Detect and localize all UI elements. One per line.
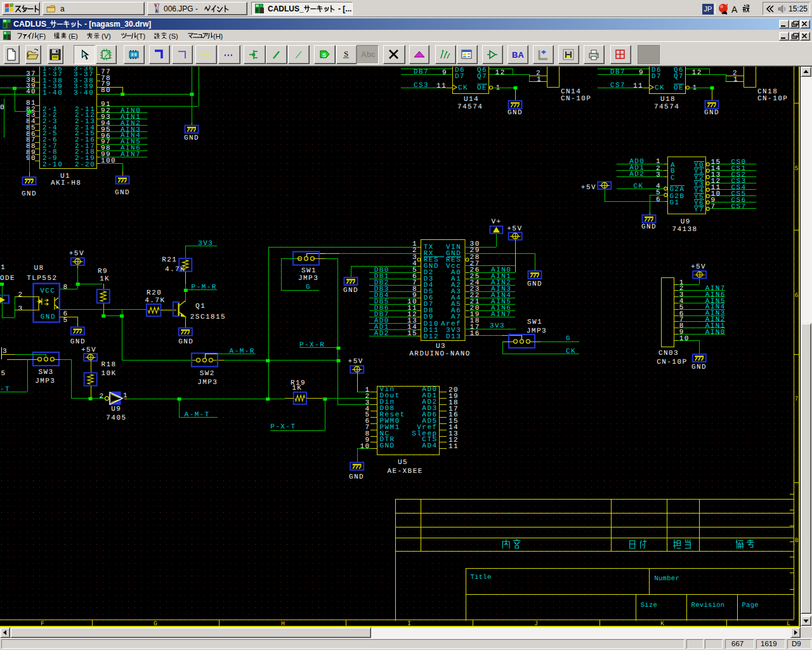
svg-text:I: I — [407, 621, 411, 627]
svg-text:6: 6 — [795, 293, 799, 300]
svg-text:R18: R18 — [102, 361, 117, 369]
svg-text:74574: 74574 — [457, 103, 483, 111]
svg-text:CS3: CS3 — [414, 82, 429, 90]
svg-text:CS7: CS7 — [731, 203, 746, 211]
svg-text:12: 12 — [692, 69, 702, 77]
svg-text:AD4: AD4 — [422, 442, 437, 450]
svg-text:1-40: 1-40 — [43, 90, 63, 97]
svg-text:AD2: AD2 — [374, 330, 390, 338]
svg-text:3: 3 — [18, 305, 23, 313]
svg-text:90: 90 — [26, 155, 36, 162]
svg-text:3: 3 — [656, 171, 661, 179]
svg-text:74138: 74138 — [672, 226, 697, 234]
svg-text:R20: R20 — [147, 289, 162, 297]
svg-text:U5: U5 — [398, 459, 408, 467]
svg-text:ODE: ODE — [0, 275, 15, 282]
svg-text:H: H — [281, 621, 285, 627]
svg-text:Number: Number — [654, 575, 679, 583]
svg-text:SW3: SW3 — [39, 369, 54, 376]
svg-text:(F): (F) — [37, 32, 46, 40]
svg-text:GND: GND — [22, 190, 37, 198]
svg-text:Q7: Q7 — [477, 73, 487, 81]
svg-text:GND: GND — [178, 338, 193, 346]
svg-text:Title: Title — [471, 574, 492, 581]
svg-text:GND: GND — [527, 281, 542, 288]
svg-text:U9: U9 — [681, 218, 691, 226]
svg-text:G: G — [566, 335, 571, 343]
svg-text:Abc: Abc — [361, 50, 375, 59]
svg-text:V+: V+ — [491, 218, 501, 226]
svg-text:GND: GND — [704, 109, 719, 117]
svg-text:16: 16 — [470, 330, 480, 338]
svg-text:3-40: 3-40 — [74, 90, 94, 97]
svg-text:G: G — [154, 621, 157, 627]
svg-text:(S): (S) — [169, 32, 178, 40]
svg-text:+5V: +5V — [507, 225, 522, 233]
svg-text:1K: 1K — [100, 275, 110, 283]
svg-text:(V): (V) — [102, 32, 111, 40]
svg-text:2-10: 2-10 — [43, 161, 63, 169]
svg-text:+5V: +5V — [69, 250, 84, 258]
svg-text:Revision: Revision — [691, 602, 725, 609]
svg-text:1K: 1K — [292, 385, 302, 392]
svg-text:3V3: 3V3 — [490, 322, 505, 330]
svg-text:1: 1 — [1, 264, 6, 272]
svg-text:CK: CK — [633, 183, 643, 190]
svg-text:U8: U8 — [34, 265, 44, 272]
svg-text:Y7: Y7 — [694, 206, 704, 214]
svg-text:U9: U9 — [111, 406, 121, 413]
svg-text:P-X-R: P-X-R — [299, 342, 325, 349]
svg-text:F: F — [41, 621, 44, 627]
svg-text:2SC1815: 2SC1815 — [190, 314, 226, 321]
svg-text:DB7: DB7 — [414, 69, 429, 76]
svg-text:GND: GND — [691, 364, 707, 371]
svg-text:GND: GND — [641, 223, 657, 231]
svg-text:4.7K: 4.7K — [165, 266, 185, 274]
svg-text:CK: CK — [655, 84, 665, 92]
svg-text:GND: GND — [115, 189, 130, 197]
svg-text:10: 10 — [360, 443, 370, 451]
svg-text:5: 5 — [63, 317, 68, 324]
svg-text:1: 1 — [733, 76, 738, 84]
svg-text:Size: Size — [641, 602, 657, 609]
svg-text:SW1: SW1 — [301, 267, 317, 275]
svg-text:U14: U14 — [464, 96, 479, 103]
svg-text:AE-XBEE: AE-XBEE — [387, 468, 422, 475]
svg-text:AD2: AD2 — [629, 171, 645, 178]
svg-text:TLP552: TLP552 — [27, 275, 57, 282]
svg-text:(E): (E) — [69, 32, 78, 40]
svg-text:74574: 74574 — [654, 103, 679, 111]
svg-text:C: C — [671, 175, 676, 182]
svg-text:JMP3: JMP3 — [197, 379, 218, 387]
svg-text:11: 11 — [436, 83, 447, 90]
svg-text:U18: U18 — [660, 96, 676, 103]
svg-text:5: 5 — [1, 370, 6, 378]
svg-text:1: 1 — [495, 84, 501, 92]
svg-text:10: 10 — [679, 335, 690, 343]
svg-text:CN-10P: CN-10P — [757, 95, 788, 103]
svg-text:R21: R21 — [162, 256, 177, 264]
svg-text:S: S — [322, 52, 326, 58]
svg-text:CN-10P: CN-10P — [561, 95, 591, 103]
svg-text:SW2: SW2 — [200, 370, 215, 378]
svg-text:2: 2 — [18, 291, 23, 299]
svg-text:40: 40 — [26, 88, 36, 96]
svg-text:S: S — [344, 49, 348, 58]
svg-text:D7: D7 — [652, 73, 662, 81]
svg-text:VCC: VCC — [40, 288, 55, 295]
svg-text:GND: GND — [343, 287, 358, 295]
svg-text:AIN7: AIN7 — [491, 311, 511, 319]
svg-text:6: 6 — [656, 196, 661, 204]
svg-text:SW1: SW1 — [527, 319, 542, 326]
svg-text:GND: GND — [41, 314, 56, 321]
svg-text:JMP3: JMP3 — [35, 378, 55, 385]
svg-text:CN-10P: CN-10P — [657, 359, 687, 366]
svg-text:(T): (T) — [136, 32, 145, 40]
svg-text:Page: Page — [742, 602, 759, 609]
svg-text:GND: GND — [349, 474, 364, 481]
svg-text:G1: G1 — [670, 199, 680, 207]
svg-text:A-M-T: A-M-T — [185, 411, 210, 419]
svg-text:-T: -T — [0, 386, 10, 394]
svg-text:AIN7: AIN7 — [121, 151, 141, 159]
svg-text:12: 12 — [495, 69, 506, 77]
